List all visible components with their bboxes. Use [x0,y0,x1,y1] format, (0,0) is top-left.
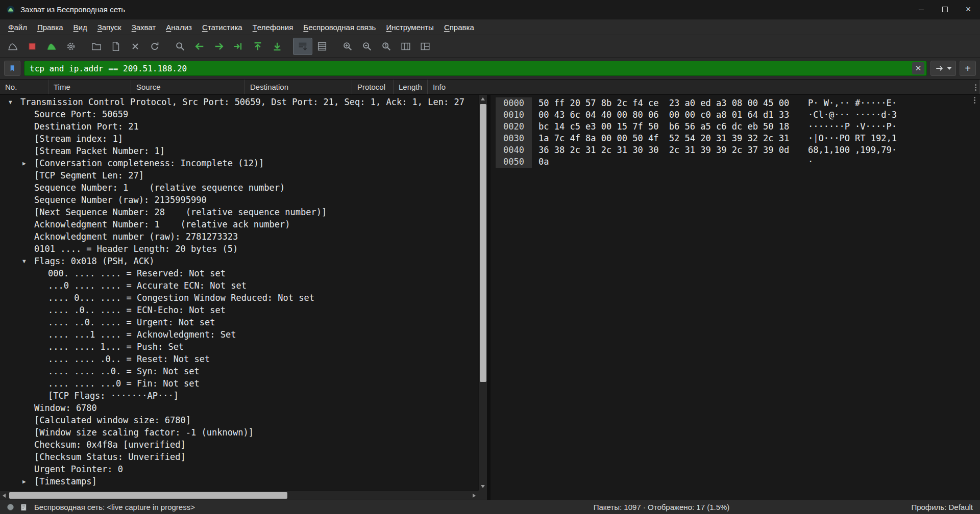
hex-ascii[interactable]: 68,1,100 ,199,79· [808,144,897,156]
detail-row[interactable]: 0101 .... = Header Length: 20 bytes (5) [0,243,478,255]
scroll-grip-icon[interactable] [974,97,975,98]
detail-row[interactable]: Destination Port: 21 [0,120,478,133]
save-file-button[interactable] [106,38,126,55]
detail-row[interactable]: ▶[Conversation completeness: Incomplete … [0,157,478,169]
column-header[interactable]: Info [428,80,980,94]
open-file-button[interactable] [87,38,106,55]
hex-row[interactable]: 004036 38 2c 31 2c 31 30 30 2c 31 39 39 … [491,144,980,156]
detail-row[interactable]: .... ...1 .... = Acknowledgment: Set [0,328,478,341]
column-header[interactable]: Protocol [352,80,394,94]
detail-row[interactable]: [Checksum Status: Unverified] [0,451,478,463]
hex-bytes[interactable]: bc 14 c5 e3 00 15 7f 50 b6 56 a5 c6 dc e… [538,121,790,133]
filter-add-button[interactable]: + [960,61,976,76]
scroll-left-arrow-icon[interactable] [0,491,8,500]
column-header[interactable]: Length [394,80,428,94]
collapse-arrow-icon[interactable]: ▼ [20,255,34,267]
detail-row[interactable]: Checksum: 0x4f8a [unverified] [0,439,478,451]
menu-item[interactable]: Статистика [197,19,248,35]
detail-row[interactable]: [Next Sequence Number: 28 (relative sequ… [0,206,478,218]
expand-arrow-icon[interactable]: ▶ [20,158,34,169]
scroll-up-arrow-icon[interactable] [479,95,487,103]
vertical-scroll-thumb[interactable] [480,104,486,382]
go-back-button[interactable] [190,38,209,55]
go-forward-button[interactable] [209,38,229,55]
detail-row[interactable]: .... .0.. .... = ECN-Echo: Not set [0,304,478,316]
menu-item[interactable]: Инструменты [381,19,439,35]
hex-ascii[interactable]: ·Cl·@··· ·····d·3 [808,109,897,121]
go-last-packet-button[interactable] [267,38,287,55]
filter-clear-button[interactable]: ✕ [912,62,924,74]
detail-row[interactable]: 000. .... .... = Reserved: Not set [0,267,478,279]
stop-capture-button[interactable] [22,38,42,55]
hex-row[interactable]: 00500a· [491,156,980,168]
column-header[interactable]: Time [48,80,131,94]
detail-row[interactable]: ▼Flags: 0x018 (PSH, ACK) [0,255,478,267]
display-filter-input[interactable] [30,64,912,73]
menu-item[interactable]: Вид [68,19,92,35]
capture-options-button[interactable] [61,38,81,55]
menu-item[interactable]: Правка [32,19,68,35]
detail-row[interactable]: .... .... 1... = Push: Set [0,341,478,353]
detail-row[interactable]: .... ..0. .... = Urgent: Not set [0,316,478,328]
horizontal-scroll-thumb[interactable] [9,492,287,499]
detail-row[interactable]: [Window size scaling factor: -1 (unknown… [0,426,478,439]
detail-row[interactable]: Window: 6780 [0,402,478,414]
resize-columns-button[interactable] [396,38,415,55]
detail-row[interactable]: ▶[Timestamps] [0,475,478,487]
detail-row[interactable]: [TCP Segment Len: 27] [0,169,478,182]
menu-item[interactable]: Телефония [248,19,299,35]
profile-text[interactable]: Профиль: Default [911,503,973,511]
menu-item[interactable]: Захват [127,19,161,35]
capture-comment-icon[interactable] [20,503,28,511]
detail-row[interactable]: Sequence Number (raw): 2135995990 [0,194,478,206]
column-header[interactable]: Destination [245,80,352,94]
detail-row[interactable]: [Calculated window size: 6780] [0,414,478,426]
detail-row[interactable]: Source Port: 50659 [0,108,478,120]
hex-row[interactable]: 000050 ff 20 57 8b 2c f4 ce 23 a0 ed a3 … [491,97,980,109]
start-capture-button[interactable] [3,38,22,55]
reload-file-button[interactable] [145,38,164,55]
filter-bookmark-button[interactable] [4,61,20,76]
menu-item[interactable]: Файл [3,19,32,35]
column-header[interactable]: No. [0,80,48,94]
detail-row[interactable]: ▼Transmission Control Protocol, Src Port… [0,96,478,108]
menu-item[interactable]: Запуск [92,19,127,35]
zoom-out-button[interactable] [357,38,377,55]
close-file-button[interactable] [126,38,145,55]
hex-row[interactable]: 001000 43 6c 04 40 00 80 06 00 00 c0 a8 … [491,109,980,121]
hex-bytes[interactable]: 1a 7c 4f 8a 00 00 50 4f 52 54 20 31 39 3… [538,133,790,144]
scroll-right-arrow-icon[interactable] [470,491,478,500]
go-to-packet-button[interactable] [229,38,248,55]
detail-row[interactable]: Sequence Number: 1 (relative sequence nu… [0,182,478,194]
detail-row[interactable]: .... .... .0.. = Reset: Not set [0,353,478,365]
scroll-down-arrow-icon[interactable] [479,482,487,491]
detail-row[interactable]: Urgent Pointer: 0 [0,463,478,475]
maximize-button[interactable] [933,0,957,19]
hex-row[interactable]: 00301a 7c 4f 8a 00 00 50 4f 52 54 20 31 … [491,133,980,144]
hex-ascii[interactable]: · [808,156,813,168]
detail-row[interactable]: [Stream index: 1] [0,133,478,145]
menu-item[interactable]: Беспроводная связь [298,19,381,35]
detail-row[interactable]: ...0 .... .... = Accurate ECN: Not set [0,279,478,292]
expand-arrow-icon[interactable]: ▶ [20,476,34,487]
zoom-normal-button[interactable] [377,38,396,55]
hex-ascii[interactable]: ·|O···PO RT 192,1 [808,133,897,144]
detail-row[interactable]: Acknowledgment Number: 1 (relative ack n… [0,218,478,230]
restart-capture-button[interactable] [42,38,61,55]
minimize-button[interactable]: ─ [910,0,933,19]
scroll-grip-icon[interactable] [975,84,976,86]
menu-item[interactable]: Анализ [161,19,197,35]
colorize-button[interactable] [312,38,332,55]
go-first-packet-button[interactable] [248,38,267,55]
reset-layout-button[interactable] [415,38,435,55]
hex-ascii[interactable]: P· W·,·· #·····E· [808,97,897,109]
find-packet-button[interactable] [170,38,190,55]
detail-row[interactable]: Acknowledgment number (raw): 2781273323 [0,230,478,243]
detail-row[interactable]: [TCP Flags: ·······AP···] [0,390,478,402]
hex-row[interactable]: 0020bc 14 c5 e3 00 15 7f 50 b6 56 a5 c6 … [491,121,980,133]
hex-bytes[interactable]: 00 43 6c 04 40 00 80 06 00 00 c0 a8 01 6… [538,109,790,121]
menu-item[interactable]: Справка [439,19,479,35]
hex-bytes[interactable]: 0a [538,156,790,168]
column-header[interactable]: Source [131,80,245,94]
details-vertical-scrollbar[interactable] [478,95,487,491]
